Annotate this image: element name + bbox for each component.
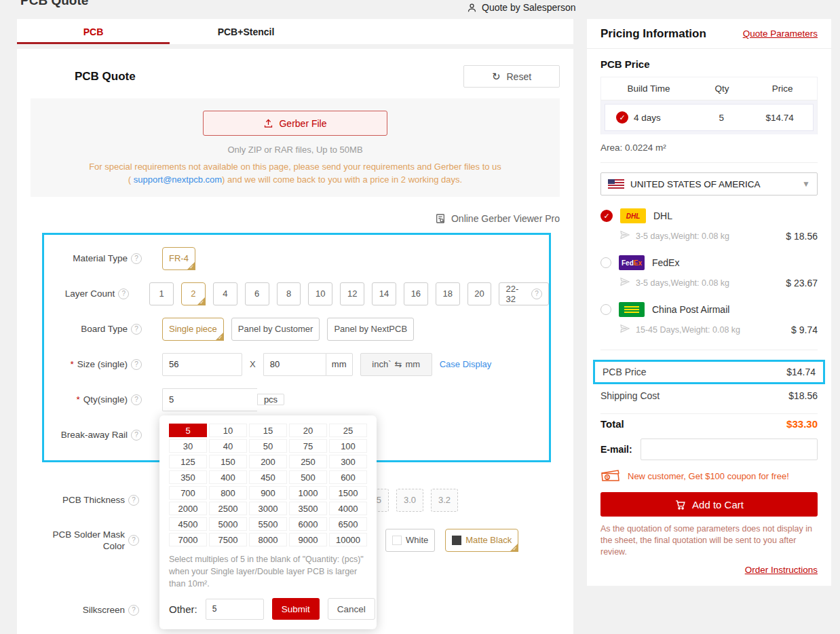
layer-count-option[interactable]: 6 xyxy=(245,282,269,305)
layer-count-option[interactable]: 16 xyxy=(404,282,428,305)
support-email-link[interactable]: support@nextpcb.com xyxy=(134,174,222,185)
quantity-option[interactable]: 15 xyxy=(249,424,287,437)
reset-button[interactable]: ↻ Reset xyxy=(463,65,560,88)
quantity-option[interactable]: 200 xyxy=(249,455,287,468)
layer-count-option[interactable]: 22-32? xyxy=(499,282,548,305)
quantity-option[interactable]: 400 xyxy=(209,470,247,484)
quantity-option[interactable]: 4500 xyxy=(169,517,207,531)
quantity-option[interactable]: 250 xyxy=(289,455,327,468)
quantity-option[interactable]: 5500 xyxy=(249,517,287,531)
material-type-option[interactable]: FR-4 xyxy=(162,247,195,270)
quantity-option[interactable]: 600 xyxy=(329,470,367,484)
other-quantity-input[interactable] xyxy=(206,599,264,620)
quantity-option[interactable]: 40 xyxy=(209,439,247,453)
quantity-option[interactable]: 10 xyxy=(209,424,247,437)
layer-count-option[interactable]: 2 xyxy=(181,282,206,305)
help-icon[interactable]: ? xyxy=(131,253,142,264)
qty-input[interactable] xyxy=(162,388,257,411)
quantity-option[interactable]: 8000 xyxy=(249,533,287,546)
quantity-option[interactable]: 800 xyxy=(209,486,247,500)
size-height-input[interactable] xyxy=(263,353,326,376)
quantity-option[interactable]: 1500 xyxy=(329,486,367,500)
quantity-option[interactable]: 700 xyxy=(169,486,207,500)
quantity-option[interactable]: 25 xyxy=(329,424,367,437)
quantity-option[interactable]: 450 xyxy=(249,470,287,484)
help-icon[interactable]: ? xyxy=(128,495,139,506)
help-icon[interactable]: ? xyxy=(128,605,139,616)
shipping-cost-row: Shipping Cost $18.56 xyxy=(600,384,818,407)
quantity-option[interactable]: 20 xyxy=(289,424,327,437)
price-table-row[interactable]: ✓4 days 5 $14.74 xyxy=(605,104,814,131)
layer-count-option[interactable]: 20 xyxy=(467,282,492,305)
solder-mask-option[interactable]: White xyxy=(385,529,435,552)
quantity-option[interactable]: 5000 xyxy=(209,517,247,531)
board-type-option[interactable]: Single piece xyxy=(162,318,224,341)
inch-mm-toggle-button[interactable]: inch` ⇆ mm xyxy=(360,353,432,376)
shipping-option[interactable]: China Post Airmail15-45 Days,Weight: 0.0… xyxy=(600,302,818,336)
quantity-option[interactable]: 10000 xyxy=(329,533,367,546)
help-icon[interactable]: ? xyxy=(531,288,542,299)
quantity-option[interactable]: 4000 xyxy=(329,502,367,515)
radio-unselected-icon[interactable] xyxy=(600,304,611,315)
country-select[interactable]: UNITED STATES OF AMERICA ▼ xyxy=(600,172,818,195)
size-width-input[interactable] xyxy=(162,353,242,376)
solder-mask-option[interactable]: Matte Black xyxy=(445,529,518,552)
layer-count-option[interactable]: 10 xyxy=(308,282,332,305)
quantity-option[interactable]: 500 xyxy=(289,470,327,484)
quantity-option[interactable]: 30 xyxy=(169,439,207,453)
quantity-option[interactable]: 50 xyxy=(249,439,287,453)
tab-pcb-stencil[interactable]: PCB+Stencil xyxy=(170,19,322,44)
layer-count-option[interactable]: 4 xyxy=(213,282,237,305)
gerber-file-upload-button[interactable]: Gerber File xyxy=(203,111,387,136)
help-icon[interactable]: ? xyxy=(131,394,142,405)
quantity-option[interactable]: 150 xyxy=(209,455,247,468)
help-icon[interactable]: ? xyxy=(118,288,129,299)
board-type-option[interactable]: Panel by Customer xyxy=(231,318,320,341)
pcb-thickness-option[interactable]: 3.2 xyxy=(431,489,458,512)
help-icon[interactable]: ? xyxy=(128,535,139,546)
quantity-option[interactable]: 6500 xyxy=(329,517,367,531)
quote-by-salesperson-link[interactable]: Quote by Salesperson xyxy=(467,2,576,13)
pcb-thickness-option[interactable]: 3.0 xyxy=(396,489,423,512)
quantity-option[interactable]: 900 xyxy=(249,486,287,500)
shipping-option[interactable]: FedExFedEx3-5 days,Weight: 0.08 kg$ 23.6… xyxy=(600,255,818,289)
quantity-option[interactable]: 125 xyxy=(169,455,207,468)
case-display-link[interactable]: Case Display xyxy=(440,359,492,369)
quantity-option[interactable]: 2500 xyxy=(209,502,247,515)
quantity-option[interactable]: 3000 xyxy=(249,502,287,515)
pricing-panel: Pricing Information Quote Parameters PCB… xyxy=(587,19,831,586)
add-to-cart-button[interactable]: Add to Cart xyxy=(600,492,818,517)
quantity-option[interactable]: 3500 xyxy=(289,502,327,515)
quantity-option[interactable]: 100 xyxy=(329,439,367,453)
divider xyxy=(600,413,818,414)
layer-count-option[interactable]: 18 xyxy=(436,282,460,305)
tab-pcb[interactable]: PCB xyxy=(17,19,170,44)
quantity-option[interactable]: 2000 xyxy=(169,502,207,515)
email-field[interactable] xyxy=(641,439,818,460)
quantity-option[interactable]: 6000 xyxy=(289,517,327,531)
help-icon[interactable]: ? xyxy=(131,430,142,441)
cancel-button[interactable]: Cancel xyxy=(328,598,375,620)
quantity-option[interactable]: 7500 xyxy=(209,533,247,546)
quantity-option[interactable]: 5 xyxy=(169,424,207,437)
quantity-option[interactable]: 300 xyxy=(329,455,367,468)
quantity-option[interactable]: 75 xyxy=(289,439,327,453)
layer-count-option[interactable]: 8 xyxy=(277,282,301,305)
submit-button[interactable]: Submit xyxy=(272,598,320,620)
quantity-option[interactable]: 350 xyxy=(169,470,207,484)
help-icon[interactable]: ? xyxy=(131,324,142,335)
quantity-option[interactable]: 9000 xyxy=(289,533,327,546)
radio-unselected-icon[interactable] xyxy=(600,257,611,268)
layer-count-option[interactable]: 1 xyxy=(149,282,174,305)
layer-count-option[interactable]: 12 xyxy=(340,282,364,305)
order-instructions-link[interactable]: Order Instructions xyxy=(600,565,818,575)
quantity-option[interactable]: 7000 xyxy=(169,533,207,546)
quantity-option[interactable]: 1000 xyxy=(289,486,327,500)
help-icon[interactable]: ? xyxy=(131,359,142,370)
shipping-option[interactable]: ✓DHLDHL3-5 days,Weight: 0.08 kg$ 18.56 xyxy=(600,208,818,242)
quotation-disclaimer: As the quotation of some parameters does… xyxy=(600,523,818,558)
online-gerber-viewer-link[interactable]: Online Gerber Viewer Pro xyxy=(17,213,573,224)
board-type-option[interactable]: Panel by NextPCB xyxy=(327,318,414,341)
layer-count-option[interactable]: 14 xyxy=(372,282,396,305)
quote-parameters-link[interactable]: Quote Parameters xyxy=(743,29,818,39)
